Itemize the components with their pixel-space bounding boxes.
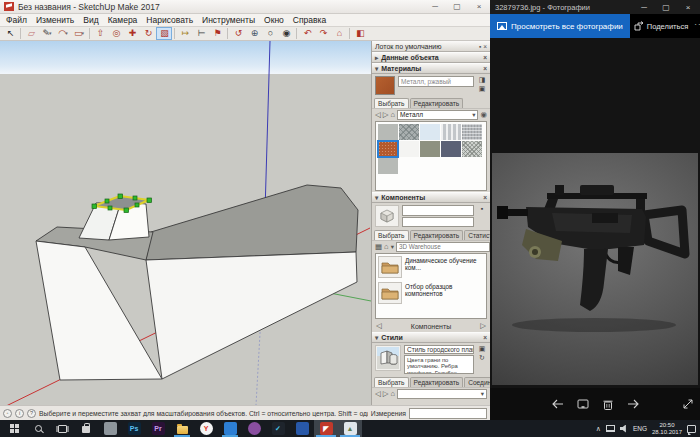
line-tool[interactable]: ✎▾ bbox=[39, 27, 55, 40]
tab[interactable]: Выбрать bbox=[374, 98, 409, 108]
menu-item[interactable]: Инструменты bbox=[202, 15, 255, 25]
push-pull-tool[interactable]: ⇧ bbox=[92, 27, 108, 40]
tab[interactable]: Редактировать bbox=[410, 98, 464, 108]
maximize-button[interactable]: ▢ bbox=[450, 2, 464, 11]
swatch-weave[interactable] bbox=[462, 124, 482, 140]
component-name-field[interactable] bbox=[402, 205, 474, 216]
section-materials[interactable]: ▾ Материалы × bbox=[372, 63, 490, 74]
minimize-button[interactable]: ─ bbox=[637, 3, 651, 12]
sketchup-taskbar-icon[interactable]: ◤ bbox=[314, 420, 338, 437]
app-icon-2[interactable] bbox=[218, 420, 242, 437]
tab[interactable]: Выбрать bbox=[374, 230, 409, 240]
create-style-icon[interactable]: ▣ bbox=[479, 345, 486, 352]
section-components[interactable]: ▾ Компоненты × bbox=[372, 192, 490, 203]
task-view-button[interactable] bbox=[50, 420, 74, 437]
menu-item[interactable]: Вид bbox=[83, 15, 98, 25]
help-icon[interactable]: ? bbox=[27, 409, 36, 418]
next-view-tool[interactable]: ↷ bbox=[315, 27, 331, 40]
move-tool[interactable]: ✚ bbox=[124, 27, 140, 40]
orbit-tool[interactable]: ↺ bbox=[230, 27, 246, 40]
tab[interactable]: Статистика bbox=[464, 230, 490, 240]
zoom-extents-tool[interactable]: ◉ bbox=[278, 27, 294, 40]
menu-item[interactable]: Окно bbox=[264, 15, 284, 25]
start-button[interactable] bbox=[2, 420, 26, 437]
component-desc-field[interactable] bbox=[402, 217, 474, 228]
section-close-icon[interactable]: × bbox=[483, 334, 487, 341]
component-list-item[interactable]: Отбор образцов компонентов bbox=[378, 282, 484, 304]
forward-icon[interactable]: ▷ bbox=[383, 390, 389, 398]
component-list-item[interactable]: Динамическое обучение ком... bbox=[378, 256, 484, 278]
app-icon-4[interactable]: ✓ bbox=[266, 420, 290, 437]
back-icon[interactable]: ◁ bbox=[375, 111, 381, 119]
tray-close-icon[interactable]: × bbox=[483, 43, 487, 50]
swatch-white[interactable] bbox=[399, 141, 419, 157]
language-indicator[interactable]: ENG bbox=[633, 425, 647, 432]
next-photo-button[interactable] bbox=[620, 392, 645, 416]
forward-icon[interactable]: ▷ bbox=[480, 322, 486, 330]
credits-icon[interactable]: i bbox=[15, 409, 24, 418]
app-icon-1[interactable] bbox=[98, 420, 122, 437]
share-button[interactable]: Поделиться bbox=[630, 21, 692, 31]
tape-measure-tool[interactable]: ↦ bbox=[177, 27, 193, 40]
dropdown-arrow-icon[interactable]: ▾ bbox=[391, 243, 394, 251]
swatch-diamond-plate[interactable] bbox=[462, 141, 482, 157]
premiere-icon[interactable]: Pr bbox=[146, 420, 170, 437]
action-center-icon[interactable] bbox=[687, 425, 696, 433]
previous-view-tool[interactable]: ↶ bbox=[299, 27, 315, 40]
section-entity-info[interactable]: ▸ Данные объекта × bbox=[372, 52, 490, 63]
pin-icon[interactable]: ▪ bbox=[479, 43, 481, 50]
eraser-tool[interactable]: ▱ bbox=[23, 27, 39, 40]
see-all-photos-button[interactable]: Просмотреть все фотографии bbox=[490, 14, 630, 38]
hidden-icons-chevron[interactable]: ∧ bbox=[596, 425, 601, 433]
menu-item[interactable]: Изменить bbox=[36, 15, 74, 25]
sample-paint-icon[interactable]: ◉ bbox=[480, 111, 487, 119]
swatch-light-blue[interactable] bbox=[420, 124, 440, 140]
rotate-tool[interactable]: ↻ bbox=[140, 27, 156, 40]
swatch-slate-blue[interactable] bbox=[441, 141, 461, 157]
previous-photo-button[interactable] bbox=[545, 392, 570, 416]
app-icon-5[interactable] bbox=[290, 420, 314, 437]
close-button[interactable]: × bbox=[681, 3, 695, 12]
select-tool[interactable]: ↖ bbox=[2, 27, 18, 40]
scale-tool[interactable]: ▧ bbox=[156, 27, 172, 40]
volume-icon[interactable] bbox=[620, 425, 628, 433]
section-close-icon[interactable]: × bbox=[483, 194, 487, 201]
taskbar-clock[interactable]: 20:50 28.10.2017 bbox=[652, 422, 682, 436]
maximize-button[interactable]: ▢ bbox=[659, 3, 673, 12]
tab[interactable]: Редактировать bbox=[410, 230, 464, 240]
modeling-viewport[interactable] bbox=[0, 41, 371, 405]
paint-bucket-tool[interactable]: ◧ bbox=[352, 27, 368, 40]
fullscreen-button[interactable] bbox=[675, 392, 700, 416]
measurements-input[interactable] bbox=[409, 408, 487, 419]
menu-item[interactable]: Нарисовать bbox=[146, 15, 193, 25]
photos-taskbar-icon[interactable]: ▲ bbox=[338, 420, 362, 437]
styles-collection-dropdown[interactable]: ▾ bbox=[397, 389, 487, 399]
tab[interactable]: Соединить bbox=[464, 377, 490, 387]
create-material-icon[interactable]: ▣ bbox=[479, 85, 486, 92]
tab[interactable]: Редактировать bbox=[410, 377, 464, 387]
dimension-tool[interactable]: ⊢ bbox=[193, 27, 209, 40]
offset-tool[interactable]: ◎ bbox=[108, 27, 124, 40]
file-explorer-icon[interactable] bbox=[170, 420, 194, 437]
photoshop-icon[interactable]: Ps bbox=[122, 420, 146, 437]
add-location-tool[interactable]: ⚑ bbox=[209, 27, 225, 40]
yandex-browser-icon[interactable]: Y bbox=[194, 420, 218, 437]
geolocation-icon[interactable]: ◦ bbox=[3, 409, 12, 418]
view-options-icon[interactable]: ▦ bbox=[375, 243, 382, 251]
shapes-tool[interactable]: ▭▾ bbox=[71, 27, 87, 40]
network-icon[interactable] bbox=[606, 425, 615, 432]
section-close-icon[interactable]: × bbox=[483, 65, 487, 72]
more-options-button[interactable]: ··· bbox=[692, 20, 700, 33]
swatch-olive[interactable] bbox=[420, 141, 440, 157]
app-icon-3[interactable] bbox=[242, 420, 266, 437]
menu-item[interactable]: Камера bbox=[108, 15, 138, 25]
menu-item[interactable]: Справка bbox=[293, 15, 326, 25]
menu-item[interactable]: Файл bbox=[6, 15, 27, 25]
home-icon[interactable]: ⌂ bbox=[384, 243, 389, 251]
slideshow-button[interactable] bbox=[570, 392, 595, 416]
section-close-icon[interactable]: × bbox=[483, 54, 487, 61]
refresh-style-icon[interactable]: ↻ bbox=[479, 354, 485, 361]
zoom-tool[interactable]: ○ bbox=[262, 27, 278, 40]
swatch-gray-2[interactable] bbox=[378, 158, 398, 174]
swatch-crosshatch[interactable] bbox=[399, 124, 419, 140]
